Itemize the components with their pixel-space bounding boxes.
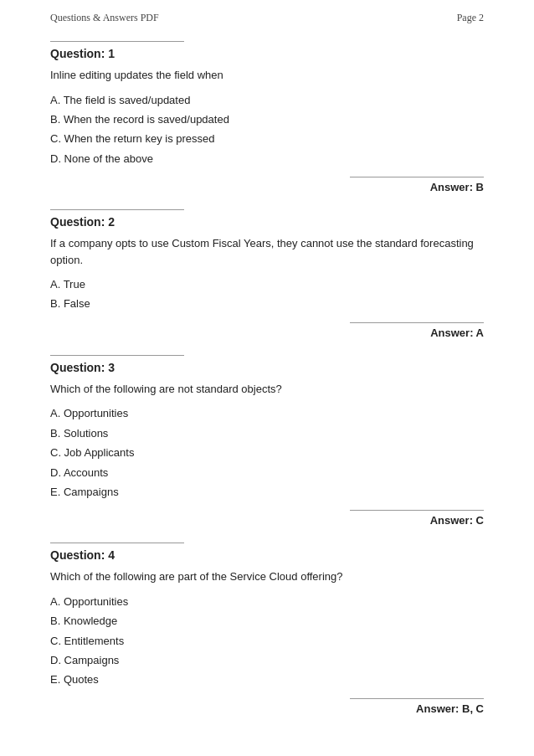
answer-row-3: Answer: C <box>50 510 484 527</box>
option-3-1: A. Opportunities <box>50 404 484 423</box>
question-block-2: Question: 2If a company opts to use Cust… <box>50 209 484 340</box>
question-text-2: If a company opts to use Custom Fiscal Y… <box>50 235 484 268</box>
option-3-4: D. Accounts <box>50 463 484 482</box>
answer-label-3: Answer: C <box>430 514 484 527</box>
answer-box-3: Answer: C <box>350 510 484 527</box>
option-4-3: C. Entitlements <box>50 631 484 651</box>
question-divider-1 <box>50 41 184 42</box>
question-block-1: Question: 1Inline editing updates the fi… <box>50 41 484 194</box>
question-options-4: A. OpportunitiesB. KnowledgeC. Entitleme… <box>50 592 484 690</box>
option-4-2: B. Knowledge <box>50 611 484 630</box>
question-divider-3 <box>50 355 184 356</box>
option-2-2: B. False <box>50 294 484 313</box>
question-divider-4 <box>50 543 184 543</box>
question-options-2: A. TrueB. False <box>50 275 484 314</box>
option-1-3: C. When the return key is pressed <box>50 129 484 148</box>
question-title-1: Question: 1 <box>50 47 484 60</box>
header-right: Page 2 <box>457 12 484 24</box>
answer-box-2: Answer: A <box>350 322 484 340</box>
question-text-4: Which of the following are part of the S… <box>50 568 484 585</box>
question-title-2: Question: 2 <box>50 215 484 229</box>
option-4-4: D. Campaigns <box>50 651 484 670</box>
question-divider-2 <box>50 209 184 210</box>
answer-box-4: Answer: B, C <box>350 698 484 716</box>
option-1-4: D. None of the above <box>50 149 484 168</box>
page-header: Questions & Answers PDF Page 2 <box>0 0 534 24</box>
question-options-1: A. The field is saved/updatedB. When the… <box>50 90 484 169</box>
answer-label-1: Answer: B <box>430 181 484 193</box>
option-4-1: A. Opportunities <box>50 592 484 611</box>
option-3-5: E. Campaigns <box>50 482 484 501</box>
option-3-3: C. Job Applicants <box>50 443 484 462</box>
answer-row-2: Answer: A <box>50 322 484 340</box>
answer-row-1: Answer: B <box>50 177 484 194</box>
question-block-4: Question: 4Which of the following are pa… <box>50 543 484 715</box>
answer-label-4: Answer: B, C <box>416 702 484 715</box>
option-3-2: B. Solutions <box>50 424 484 443</box>
question-text-3: Which of the following are not standard … <box>50 381 484 398</box>
option-2-1: A. True <box>50 275 484 294</box>
option-1-1: A. The field is saved/updated <box>50 90 484 110</box>
header-left: Questions & Answers PDF <box>50 12 159 24</box>
question-block-3: Question: 3Which of the following are no… <box>50 355 484 527</box>
option-1-2: B. When the record is saved/updated <box>50 110 484 129</box>
question-options-3: A. OpportunitiesB. SolutionsC. Job Appli… <box>50 404 484 501</box>
option-4-5: E. Quotes <box>50 670 484 689</box>
answer-label-2: Answer: A <box>430 327 484 339</box>
question-title-4: Question: 4 <box>50 548 484 562</box>
answer-row-4: Answer: B, C <box>50 698 484 716</box>
answer-box-1: Answer: B <box>350 177 484 194</box>
question-title-3: Question: 3 <box>50 361 484 374</box>
page-content: Question: 1Inline editing updates the fi… <box>0 24 534 756</box>
question-text-1: Inline editing updates the field when <box>50 67 484 84</box>
